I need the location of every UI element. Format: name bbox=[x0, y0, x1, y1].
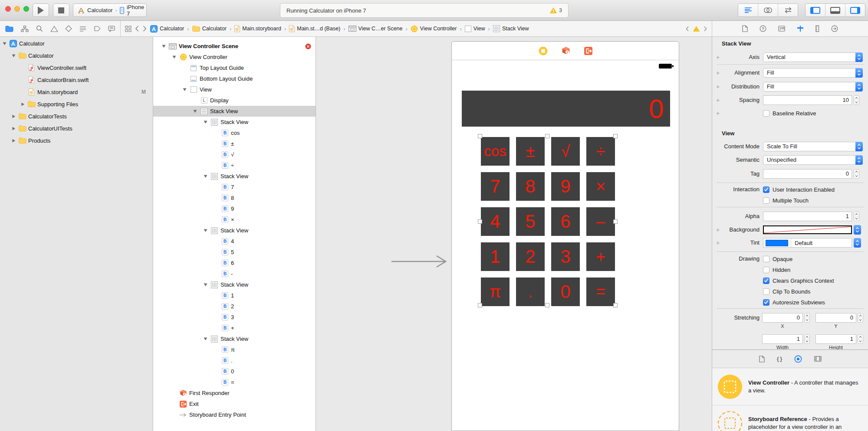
alpha-field[interactable]: 1 bbox=[763, 212, 852, 221]
symbol-navigator-icon[interactable] bbox=[21, 26, 29, 32]
checkbox-unchecked[interactable] bbox=[763, 267, 769, 273]
outline-row[interactable]: Bcos bbox=[153, 127, 316, 138]
navigator-row[interactable]: Main.storyboardM bbox=[0, 86, 153, 98]
outline-row[interactable]: B0 bbox=[153, 366, 316, 377]
outline-row[interactable]: B4 bbox=[153, 236, 316, 247]
storyboard-canvas[interactable]: 1 0 cos±√÷789×456–123+π.0= bbox=[316, 37, 712, 431]
view-controller-icon[interactable] bbox=[539, 46, 548, 56]
resize-handle[interactable] bbox=[613, 134, 618, 138]
resize-handle[interactable] bbox=[478, 134, 482, 138]
attributes-inspector-icon[interactable] bbox=[797, 25, 804, 32]
outline-row[interactable]: B× bbox=[153, 214, 316, 225]
tag-stepper[interactable] bbox=[854, 169, 859, 179]
calc-button-6[interactable]: 6 bbox=[551, 207, 580, 236]
assistant-editor-button[interactable] bbox=[758, 4, 778, 16]
alpha-stepper[interactable] bbox=[854, 212, 859, 221]
baseline-relative-checkbox-row[interactable]: Baseline Relative bbox=[763, 108, 816, 118]
code-snippet-library-icon[interactable]: { } bbox=[777, 356, 783, 362]
outline-row[interactable]: B6 bbox=[153, 258, 316, 268]
checkbox-unchecked[interactable] bbox=[763, 110, 769, 117]
test-navigator-icon[interactable] bbox=[65, 25, 72, 32]
navigator-row[interactable]: Supporting Files bbox=[0, 98, 153, 110]
version-editor-button[interactable] bbox=[778, 4, 798, 16]
toggle-debug-area-button[interactable] bbox=[825, 4, 845, 16]
outline-row[interactable]: Bottom Layout Guide bbox=[153, 73, 316, 84]
outline-row[interactable]: B. bbox=[153, 355, 316, 366]
run-button[interactable] bbox=[33, 3, 49, 17]
calc-button-1[interactable]: 1 bbox=[481, 242, 510, 271]
disclosure-triangle[interactable] bbox=[12, 54, 18, 58]
outline-row[interactable]: View Controller Scene bbox=[153, 41, 316, 52]
file-template-library-icon[interactable] bbox=[759, 356, 765, 362]
minimize-window-button[interactable] bbox=[14, 6, 20, 12]
previous-issue-button[interactable] bbox=[685, 26, 689, 32]
outline-row[interactable]: Bπ bbox=[153, 344, 316, 355]
outline-row[interactable]: B= bbox=[153, 377, 316, 388]
toggle-inspector-button[interactable] bbox=[845, 4, 865, 16]
checkbox-unchecked[interactable] bbox=[763, 197, 769, 204]
background-popup-button[interactable] bbox=[854, 225, 861, 235]
breadcrumb-item[interactable]: View bbox=[465, 26, 485, 32]
forward-button[interactable] bbox=[142, 25, 147, 32]
tint-popup-button[interactable] bbox=[854, 238, 861, 248]
outline-row[interactable]: B- bbox=[153, 268, 316, 279]
stop-button[interactable] bbox=[53, 3, 69, 17]
drawing-checkbox-row[interactable]: Hidden bbox=[763, 265, 790, 274]
tag-field[interactable]: 0 bbox=[763, 169, 852, 179]
calc-button-.[interactable]: . bbox=[516, 278, 545, 306]
disclosure-triangle[interactable] bbox=[204, 337, 210, 341]
warning-counter[interactable]: 3 bbox=[550, 7, 562, 13]
add-attribute-button[interactable]: + bbox=[716, 225, 720, 235]
stretching-y-field[interactable]: 0 bbox=[815, 313, 856, 323]
outline-row[interactable]: Stack View bbox=[153, 279, 316, 290]
outline-row[interactable]: Storyboard Entry Point bbox=[153, 409, 316, 420]
breadcrumb-item[interactable]: Calculator bbox=[192, 26, 227, 32]
outline-row[interactable]: Stack View bbox=[153, 106, 316, 117]
disclosure-triangle[interactable] bbox=[12, 139, 18, 143]
calc-button-cos[interactable]: cos bbox=[481, 137, 510, 166]
resize-handle[interactable] bbox=[613, 303, 618, 307]
navigator-row[interactable]: CalculatorBrain.swift bbox=[0, 74, 153, 86]
disclosure-triangle[interactable] bbox=[193, 109, 200, 113]
outline-row[interactable]: Stack View bbox=[153, 171, 316, 182]
alignment-popup[interactable]: Fill bbox=[763, 68, 863, 78]
calc-button-√[interactable]: √ bbox=[551, 137, 580, 166]
interaction-checkbox-row[interactable]: User Interaction Enabled bbox=[763, 185, 835, 194]
drawing-checkbox-row[interactable]: Opaque bbox=[763, 254, 792, 264]
outline-row[interactable]: B÷ bbox=[153, 160, 316, 171]
disclosure-triangle[interactable] bbox=[204, 229, 210, 232]
outline-row[interactable]: B+ bbox=[153, 323, 316, 333]
library-item-view-controller[interactable]: View Controller - A controller that mana… bbox=[712, 369, 868, 405]
calc-button-4[interactable]: 4 bbox=[481, 207, 510, 236]
quick-help-inspector-icon[interactable]: ? bbox=[760, 25, 766, 32]
navigator-row[interactable]: CalculatorUITests bbox=[0, 122, 153, 134]
checkbox-checked[interactable] bbox=[763, 278, 769, 284]
debug-navigator-icon[interactable] bbox=[79, 26, 86, 32]
first-responder-icon[interactable]: 1 bbox=[562, 46, 570, 55]
outline-row[interactable]: View bbox=[153, 84, 316, 95]
breadcrumb-item[interactable]: Calculator bbox=[150, 25, 184, 33]
add-attribute-button[interactable]: + bbox=[716, 238, 720, 248]
stretching-x-stepper[interactable] bbox=[804, 313, 810, 323]
back-button[interactable] bbox=[135, 25, 139, 32]
calc-button-–[interactable]: – bbox=[586, 207, 615, 236]
drawing-checkbox-row[interactable]: Clip To Bounds bbox=[763, 287, 810, 296]
resize-handle[interactable] bbox=[545, 134, 549, 138]
semantic-popup[interactable]: Unspecified bbox=[763, 155, 863, 165]
resize-handle[interactable] bbox=[478, 219, 482, 224]
calc-button-5[interactable]: 5 bbox=[516, 207, 545, 236]
checkbox-checked[interactable] bbox=[763, 299, 769, 306]
outline-row[interactable]: LDisplay bbox=[153, 95, 316, 106]
stretching-width-field[interactable]: 1 bbox=[762, 334, 803, 344]
calc-button-±[interactable]: ± bbox=[516, 137, 545, 166]
outline-row[interactable]: B7 bbox=[153, 182, 316, 193]
calc-button-2[interactable]: 2 bbox=[516, 242, 545, 271]
outline-row[interactable]: B3 bbox=[153, 312, 316, 323]
storyboard-entry-arrow-icon[interactable] bbox=[391, 255, 454, 268]
calc-button-0[interactable]: 0 bbox=[551, 278, 580, 306]
outline-row[interactable]: Stack View bbox=[153, 117, 316, 127]
disclosure-triangle[interactable] bbox=[204, 120, 210, 124]
find-navigator-icon[interactable] bbox=[36, 25, 43, 32]
stretching-x-field[interactable]: 0 bbox=[762, 313, 803, 323]
issue-navigator-icon[interactable] bbox=[50, 26, 58, 32]
